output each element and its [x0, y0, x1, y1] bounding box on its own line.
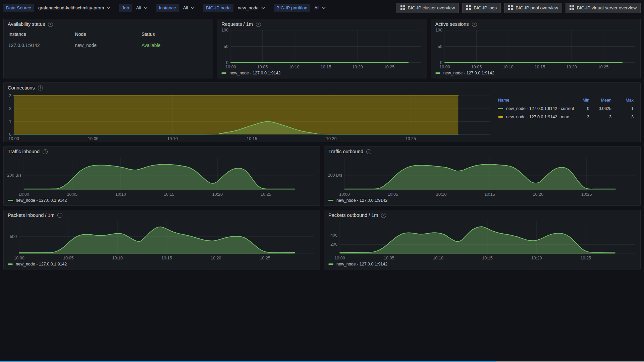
panel-title[interactable]: Packets outbound / 1m	[328, 213, 378, 218]
legend-header-name[interactable]: Name	[498, 98, 567, 103]
var-instance: Instance All	[156, 4, 196, 12]
panel-active-sessions: Active sessions i 05010010:0010:0510:101…	[431, 19, 641, 78]
packets-inbound-chart[interactable]: 50010:0010:0510:1010:1510:2010:25	[5, 219, 318, 261]
legend-row-current: new_node - 127.0.0.1:9142 - current 0 0.…	[498, 104, 634, 113]
legend-header-mean[interactable]: Mean	[589, 98, 611, 103]
panel-header: Active sessions i	[431, 19, 640, 27]
legend-header-max[interactable]: Max	[611, 98, 634, 103]
chart-legend[interactable]: new_node - 127.0.0.1:9142	[4, 261, 320, 269]
panel-packets-inbound: Packets inbound / 1m i 50010:0010:0510:1…	[3, 210, 320, 269]
svg-text:10:10: 10:10	[115, 192, 126, 197]
stat-min: 3	[567, 115, 589, 119]
series-toggle[interactable]: new_node - 127.0.0.1:9142 - current	[498, 106, 567, 111]
svg-text:10:20: 10:20	[531, 256, 542, 260]
svg-text:10:15: 10:15	[247, 136, 257, 141]
series-marker	[221, 72, 226, 74]
series-label: new_node - 127.0.0.1:9142	[16, 262, 67, 266]
var-job-select[interactable]: All	[135, 4, 149, 12]
requests-chart[interactable]: 05010010:0010:0510:1010:1510:2010:25	[219, 27, 424, 70]
svg-text:100: 100	[435, 28, 442, 33]
svg-text:10:20: 10:20	[353, 65, 363, 69]
series-marker	[328, 200, 333, 201]
svg-text:50: 50	[224, 44, 228, 49]
link-bigip-cluster-overview[interactable]: BIG-IP cluster overview	[396, 3, 459, 13]
link-bigip-logs[interactable]: BIG-IP logs	[462, 3, 501, 13]
chevron-down-icon	[144, 7, 148, 9]
panel-header: Traffic outbound i	[324, 146, 640, 155]
series-label: new_node - 127.0.0.1:9142 - max	[506, 115, 569, 119]
info-icon[interactable]: i	[366, 149, 371, 154]
svg-text:10:05: 10:05	[88, 136, 98, 141]
svg-text:10:00: 10:00	[8, 136, 19, 141]
info-icon[interactable]: i	[48, 22, 53, 27]
panel-title[interactable]: Active sessions	[435, 21, 469, 27]
progress-bar-rest	[496, 361, 644, 362]
chevron-down-icon	[107, 7, 110, 9]
chart-legend[interactable]: new_node - 127.0.0.1:9142	[324, 197, 640, 205]
column-header-instance: Instance	[8, 32, 75, 37]
chart-legend[interactable]: new_node - 127.0.0.1:9142	[324, 261, 640, 269]
chart-legend[interactable]: new_node - 127.0.0.1:9142	[217, 70, 426, 78]
chart-legend[interactable]: new_node - 127.0.0.1:9142	[4, 197, 320, 205]
link-bigip-virtual-server-overview[interactable]: BIG-IP virtual server overview	[566, 3, 641, 13]
svg-text:50: 50	[438, 44, 442, 49]
var-data-source: Data Source grafanacloud-keithschmitty-p…	[3, 4, 112, 12]
info-icon[interactable]: i	[38, 85, 43, 90]
panel-title[interactable]: Requests / 1m	[221, 21, 253, 27]
series-marker	[8, 263, 13, 265]
var-bigip-partition-select[interactable]: All	[313, 4, 327, 12]
apps-icon	[570, 5, 574, 10]
panel-title[interactable]: Traffic inbound	[8, 149, 40, 154]
link-bigip-pool-overview[interactable]: BIG-IP pool overview	[504, 3, 562, 13]
info-icon[interactable]: i	[256, 22, 261, 27]
svg-text:10:15: 10:15	[482, 256, 492, 260]
var-bigip-partition-value: All	[314, 5, 319, 10]
info-icon[interactable]: i	[472, 22, 477, 27]
connections-chart[interactable]: 012310:0010:0510:1010:1510:2010:25	[5, 91, 493, 142]
panel-title[interactable]: Connections	[8, 85, 35, 90]
info-icon[interactable]: i	[43, 149, 48, 154]
var-bigip-partition: BIG-IP partition All	[274, 4, 327, 12]
var-instance-select[interactable]: All	[182, 4, 196, 12]
link-label: BIG-IP logs	[474, 5, 497, 10]
stat-min: 0	[567, 106, 589, 111]
svg-text:10:15: 10:15	[484, 192, 495, 197]
var-instance-label: Instance	[156, 4, 179, 12]
panel-title[interactable]: Traffic outbound	[328, 149, 363, 154]
info-icon[interactable]: i	[381, 213, 386, 218]
svg-text:500: 500	[10, 234, 17, 239]
traffic-outbound-chart[interactable]: 200 B/s10:0010:0510:1010:1510:2010:25	[326, 155, 638, 197]
panel-header: Connections i	[4, 83, 640, 91]
chart-legend[interactable]: new_node - 127.0.0.1:9142	[431, 70, 640, 78]
series-marker	[498, 116, 503, 118]
svg-text:0: 0	[440, 60, 442, 65]
svg-text:200 B/s: 200 B/s	[328, 173, 342, 178]
svg-text:0: 0	[226, 60, 228, 65]
svg-text:10:20: 10:20	[212, 192, 223, 197]
apps-icon	[466, 5, 471, 10]
svg-text:10:05: 10:05	[63, 256, 73, 260]
cell-instance: 127.0.0.1:9142	[8, 43, 75, 48]
var-bigip-node: BIG-IP node new_node	[203, 4, 266, 12]
svg-text:0: 0	[9, 132, 11, 137]
svg-text:10:15: 10:15	[321, 65, 331, 69]
var-bigip-node-select[interactable]: new_node	[236, 4, 266, 12]
link-label: BIG-IP cluster overview	[408, 5, 455, 10]
series-toggle[interactable]: new_node - 127.0.0.1:9142 - max	[498, 115, 567, 119]
svg-text:10:20: 10:20	[533, 192, 543, 197]
packets-outbound-chart[interactable]: 20040010:0010:0510:1010:1510:2010:25	[326, 219, 638, 261]
active-sessions-chart[interactable]: 05010010:0010:0510:1010:1510:2010:25	[433, 27, 638, 70]
legend-header-min[interactable]: Min	[567, 98, 589, 103]
panel-title[interactable]: Packets inbound / 1m	[8, 213, 54, 218]
var-data-source-select[interactable]: grafanacloud-keithschmitty-prom	[37, 4, 112, 12]
stat-max: 3	[611, 115, 634, 119]
panel-title[interactable]: Availability status	[8, 21, 45, 27]
info-icon[interactable]: i	[57, 213, 62, 218]
svg-text:10:00: 10:00	[226, 65, 236, 69]
traffic-inbound-chart[interactable]: 200 B/s10:0010:0510:1010:1510:2010:25	[5, 155, 318, 197]
panel-header: Packets outbound / 1m i	[324, 210, 640, 219]
svg-text:10:25: 10:25	[581, 256, 591, 260]
svg-text:10:05: 10:05	[388, 192, 398, 197]
svg-text:10:00: 10:00	[334, 256, 345, 260]
svg-text:10:15: 10:15	[535, 65, 545, 69]
